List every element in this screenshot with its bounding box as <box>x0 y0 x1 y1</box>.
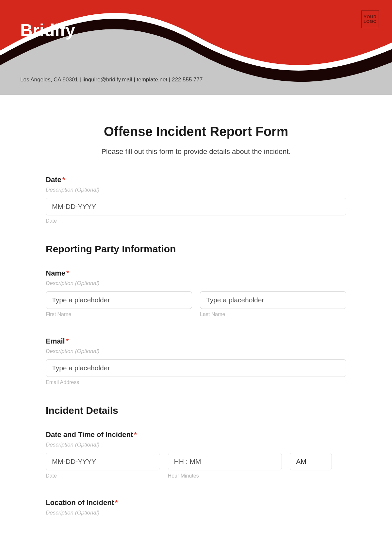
first-name-sublabel: First Name <box>46 312 192 317</box>
field-datetime: Date and Time of Incident* Description (… <box>46 430 346 479</box>
section-reporting-party: Reporting Party Information <box>46 244 346 255</box>
email-input[interactable] <box>46 359 346 377</box>
section-incident-details: Incident Details <box>46 405 346 416</box>
date-label-text: Date <box>46 176 61 184</box>
name-label: Name* <box>46 269 346 278</box>
field-date: Date* Description (Optional) Date <box>46 176 346 224</box>
email-desc: Description (Optional) <box>46 348 346 355</box>
datetime-label: Date and Time of Incident* <box>46 430 346 439</box>
email-label: Email* <box>46 337 346 345</box>
last-name-sublabel: Last Name <box>200 312 346 317</box>
name-desc: Description (Optional) <box>46 280 346 287</box>
last-name-input[interactable] <box>200 291 346 309</box>
first-name-input[interactable] <box>46 291 192 309</box>
email-label-text: Email <box>46 337 65 345</box>
required-mark: * <box>62 176 65 184</box>
date-desc: Description (Optional) <box>46 187 346 193</box>
header-banner: Bridify YOUR LOGO Los Angeles, CA 90301 … <box>0 0 392 95</box>
datetime-label-text: Date and Time of Incident <box>46 430 133 439</box>
location-label: Location of Incident* <box>46 498 346 507</box>
incident-date-input[interactable] <box>46 453 160 470</box>
form-body: Offense Incident Report Form Please fill… <box>46 95 346 534</box>
form-title: Offense Incident Report Form <box>46 124 346 139</box>
contact-line: Los Angeles, CA 90301 | iinquire@bridify… <box>20 76 203 83</box>
required-mark: * <box>134 430 137 439</box>
date-label: Date* <box>46 176 346 184</box>
incident-time-sublabel: Hour Minutes <box>168 473 282 479</box>
name-label-text: Name <box>46 269 65 277</box>
location-desc: Description (Optional) <box>46 510 346 516</box>
logo-placeholder: YOUR LOGO <box>361 10 379 28</box>
required-mark: * <box>66 337 69 345</box>
incident-time-input[interactable] <box>168 453 282 470</box>
form-subtitle: Please fill out this form to provide det… <box>46 147 346 156</box>
field-email: Email* Description (Optional) Email Addr… <box>46 337 346 385</box>
required-mark: * <box>66 269 69 277</box>
date-sublabel: Date <box>46 218 346 224</box>
incident-date-sublabel: Date <box>46 473 160 479</box>
field-location: Location of Incident* Description (Optio… <box>46 498 346 516</box>
email-sublabel: Email Address <box>46 379 346 385</box>
location-label-text: Location of Incident <box>46 498 114 507</box>
datetime-desc: Description (Optional) <box>46 442 346 448</box>
date-input[interactable] <box>46 198 346 215</box>
brand-name: Bridify <box>20 20 75 40</box>
field-name: Name* Description (Optional) First Name … <box>46 269 346 317</box>
ampm-select[interactable] <box>290 453 332 470</box>
required-mark: * <box>115 498 118 507</box>
